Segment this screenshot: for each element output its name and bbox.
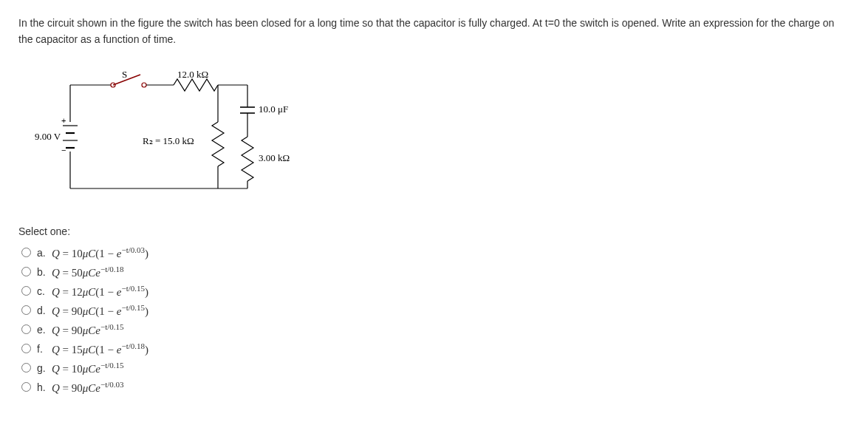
option-row: f.Q = 15μC(1 − e−t/0.18) xyxy=(18,339,850,358)
option-row: b.Q = 50μCe−t/0.18 xyxy=(18,262,850,282)
option-letter: c. xyxy=(37,285,47,297)
select-one-label: Select one: xyxy=(18,225,850,237)
option-row: c.Q = 12μC(1 − e−t/0.15) xyxy=(18,282,850,301)
option-row: a.Q = 10μC(1 − e−t/0.03) xyxy=(18,243,850,262)
options-list: a.Q = 10μC(1 − e−t/0.03)b.Q = 50μCe−t/0.… xyxy=(18,243,850,397)
option-radio[interactable] xyxy=(21,382,31,392)
option-letter: h. xyxy=(37,381,47,393)
option-formula: Q = 90μCe−t/0.15 xyxy=(52,322,124,337)
option-radio[interactable] xyxy=(21,363,31,373)
option-formula: Q = 15μC(1 − e−t/0.18) xyxy=(52,341,148,356)
option-letter: b. xyxy=(37,266,47,278)
option-letter: e. xyxy=(37,324,47,336)
option-formula: Q = 90μC(1 − e−t/0.15) xyxy=(52,303,148,318)
option-radio[interactable] xyxy=(21,305,31,315)
option-formula: Q = 10μCe−t/0.15 xyxy=(52,361,124,375)
option-row: e.Q = 90μCe−t/0.15 xyxy=(18,320,850,339)
option-radio[interactable] xyxy=(21,267,31,276)
option-letter: a. xyxy=(37,247,47,259)
option-formula: Q = 50μCe−t/0.18 xyxy=(52,265,124,279)
svg-point-11 xyxy=(142,83,146,87)
option-letter: f. xyxy=(37,343,47,355)
option-radio[interactable] xyxy=(21,286,31,296)
option-letter: g. xyxy=(37,362,47,374)
r1-label: 12.0 kΩ xyxy=(177,70,208,80)
option-radio[interactable] xyxy=(21,248,31,257)
r2-label: R₂ = 15.0 kΩ xyxy=(143,135,194,146)
switch-label: S xyxy=(122,70,127,80)
r3-label: 3.00 kΩ xyxy=(259,152,290,163)
option-letter: d. xyxy=(37,305,47,316)
option-radio[interactable] xyxy=(21,344,31,353)
question-text: In the circuit shown in the figure the s… xyxy=(18,15,850,48)
voltage-label: 9.00 V xyxy=(35,131,61,142)
option-row: d.Q = 90μC(1 − e−t/0.15) xyxy=(18,301,850,320)
option-row: h.Q = 90μCe−t/0.03 xyxy=(18,378,850,397)
option-formula: Q = 12μC(1 − e−t/0.15) xyxy=(52,284,148,299)
cap-label: 10.0 μF xyxy=(259,103,288,115)
svg-text:−: − xyxy=(61,146,66,154)
option-row: g.Q = 10μCe−t/0.15 xyxy=(18,358,850,378)
option-formula: Q = 90μCe−t/0.03 xyxy=(52,380,124,395)
option-radio[interactable] xyxy=(21,324,31,334)
svg-text:+: + xyxy=(61,116,66,125)
circuit-diagram: + − S 12.0 kΩ 10.0 μF 9.0 xyxy=(33,70,314,203)
option-formula: Q = 10μC(1 − e−t/0.03) xyxy=(52,245,148,260)
